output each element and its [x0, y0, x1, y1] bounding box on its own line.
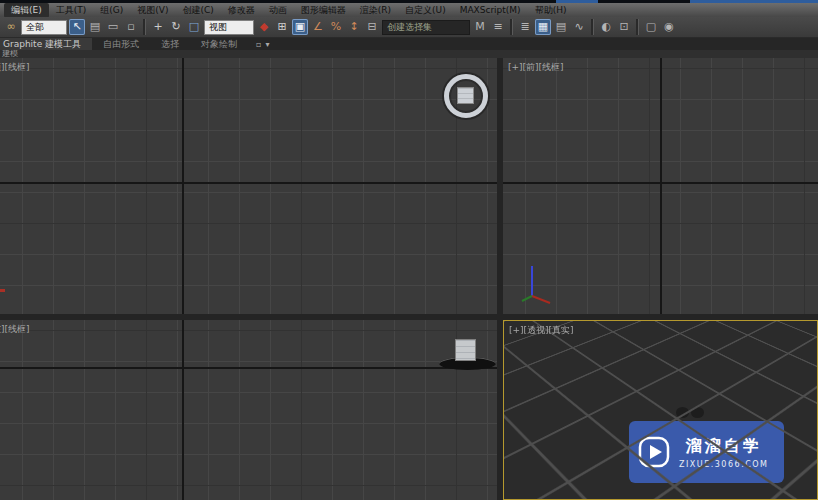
toolbar-dropdown-label: 全部: [26, 21, 44, 34]
ribbon-tab[interactable]: 对象绘制: [190, 38, 248, 50]
menu-item[interactable]: 帮助(H): [528, 3, 574, 18]
snaps-toggle-icon[interactable]: ▣: [292, 19, 308, 35]
viewport-area: [+][顶][线框] [+][前][线框] [+][左][线框] [+][透视]…: [0, 58, 818, 500]
align-icon[interactable]: ≡: [490, 19, 506, 35]
main-toolbar: ∞ 全部 ↖ ▤ ▭ ▫: [0, 17, 818, 38]
menu-item-label: MAXScript(M): [460, 5, 521, 15]
ribbon-tab[interactable]: 自由形式: [92, 38, 150, 50]
toolbar-icon-glyph: %: [331, 19, 341, 35]
menu-item[interactable]: 动画: [262, 3, 294, 18]
material-editor-icon[interactable]: ◐: [598, 19, 614, 35]
toolbar-icon-glyph: ⊞: [277, 19, 286, 35]
menu-item-label: 编辑(E): [11, 5, 42, 15]
percent-snap-icon[interactable]: %: [328, 19, 344, 35]
world-axis-horizontal: [0, 367, 497, 369]
toolbar-icon-glyph: ⊡: [619, 19, 628, 35]
menu-item[interactable]: 视图(V): [130, 3, 175, 18]
toolbar-separator: [636, 19, 639, 35]
menu-item-label: 创建(C): [182, 5, 213, 15]
select-and-rotate-icon[interactable]: ↻: [168, 19, 184, 35]
viewport-label-top[interactable]: [+][顶][线框]: [0, 61, 30, 74]
toolbar-dropdown-label: 创建选择集: [387, 21, 432, 34]
viewport-front[interactable]: [+][前][线框]: [503, 58, 818, 314]
edit-named-selection-sets-icon[interactable]: ⊟: [364, 19, 380, 35]
ribbon-tab-label: Graphite 建模工具: [3, 38, 81, 51]
menu-item[interactable]: 图形编辑器: [294, 3, 353, 18]
toolbar-icon-glyph: ⊟: [367, 19, 376, 35]
toolbar-icon-glyph: ▦: [538, 19, 548, 35]
menu-item[interactable]: 工具(T): [49, 3, 94, 18]
viewport-label-front[interactable]: [+][前][线框]: [508, 61, 564, 74]
toolbar-icon-glyph: ↖: [72, 19, 81, 35]
selection-filter-dropdown[interactable]: 全部: [21, 20, 67, 35]
ribbon-dropdown-icon[interactable]: ▾: [263, 40, 271, 49]
toolbar-separator: [143, 19, 146, 35]
world-axis-vertical: [182, 58, 184, 314]
ribbon-tab[interactable]: Graphite 建模工具: [0, 38, 92, 50]
rectangular-selection-region-icon[interactable]: ▭: [105, 19, 121, 35]
3dsmax-window: 编辑(E) 工具(T) 组(G) 视图(V) 创建(C) 修改器 动画 图形编辑…: [0, 0, 818, 500]
viewport-left[interactable]: [+][左][线框]: [0, 320, 497, 500]
watermark-text: 溜溜自学 ZIXUE.3066.COM: [679, 436, 768, 469]
reference-coordinate-dropdown[interactable]: 视图: [204, 20, 254, 35]
select-object-icon[interactable]: ↖: [69, 19, 85, 35]
window-crossing-icon[interactable]: ▫: [123, 19, 139, 35]
toolbar-icon-glyph: ↕: [349, 19, 358, 35]
select-by-name-icon[interactable]: ▤: [87, 19, 103, 35]
toolbar-icon-glyph: ▤: [90, 19, 100, 35]
watermark-url: ZIXUE.3066.COM: [679, 460, 768, 469]
select-and-link-icon[interactable]: ∞: [3, 19, 19, 35]
viewport-perspective[interactable]: [+][透视][真实] 溜溜自学 ZIXUE.3066.COM: [503, 320, 818, 500]
ribbon-tab-label: 选择: [161, 38, 179, 51]
ribbon-tab-label: 自由形式: [103, 38, 139, 51]
toolbar-icon-glyph: ▤: [556, 19, 566, 35]
menu-item[interactable]: 创建(C): [175, 3, 220, 18]
mirror-icon[interactable]: M: [472, 19, 488, 35]
angle-snap-icon[interactable]: ∠: [310, 19, 326, 35]
select-and-scale-icon[interactable]: □: [186, 19, 202, 35]
spinner-snap-icon[interactable]: ↕: [346, 19, 362, 35]
render-setup-icon[interactable]: ⊡: [616, 19, 632, 35]
ribbon-tab-label: 对象绘制: [201, 38, 237, 51]
toolbar-icon-glyph: ∠: [313, 19, 323, 35]
menu-item-label: 动画: [269, 5, 287, 15]
ribbon-tab[interactable]: 选择: [150, 38, 190, 50]
menu-item[interactable]: MAXScript(M): [453, 4, 528, 16]
menu-item[interactable]: 组(G): [93, 3, 130, 18]
keyboard-shortcut-override-icon[interactable]: ⊞: [274, 19, 290, 35]
menu-item[interactable]: 编辑(E): [4, 3, 49, 18]
scene-object-dot: [691, 407, 704, 418]
scene-object-left-view[interactable]: [455, 339, 476, 361]
render-production-icon[interactable]: ◉: [661, 19, 677, 35]
menu-item[interactable]: 修改器: [221, 3, 262, 18]
menu-item[interactable]: 自定义(U): [398, 3, 453, 18]
curve-editor-icon[interactable]: ∿: [571, 19, 587, 35]
named-selection-sets-dropdown[interactable]: 创建选择集: [382, 20, 470, 35]
world-axis-vertical: [660, 58, 662, 314]
rendered-frame-window-icon[interactable]: ▢: [643, 19, 659, 35]
menu-item-label: 工具(T): [56, 5, 87, 15]
watermark-title: 溜溜自学: [686, 436, 762, 457]
watermark-play-icon: [637, 435, 671, 469]
viewport-label-left[interactable]: [+][左][线框]: [0, 323, 30, 336]
viewport-top[interactable]: [+][顶][线框]: [0, 58, 497, 314]
scene-object-dot: [676, 407, 689, 418]
viewport-label-perspective[interactable]: [+][透视][真实]: [509, 324, 574, 337]
watermark-badge: 溜溜自学 ZIXUE.3066.COM: [629, 421, 784, 483]
ribbon-panel-icon[interactable]: ▫: [254, 40, 263, 49]
scene-explorer-icon[interactable]: ▦: [535, 19, 551, 35]
layer-manager-icon[interactable]: ≣: [517, 19, 533, 35]
select-and-manipulate-icon[interactable]: ◆: [256, 19, 272, 35]
menu-item[interactable]: 渲染(R): [353, 3, 398, 18]
graphite-ribbon-toggle-icon[interactable]: ▤: [553, 19, 569, 35]
ribbon-corner: ▫ ▾: [254, 38, 271, 50]
menu-item-label: 组(G): [100, 5, 123, 15]
click-highlight-ring: [444, 74, 488, 118]
menu-item-label: 帮助(H): [535, 5, 567, 15]
select-and-move-icon[interactable]: +: [150, 19, 166, 35]
toolbar-icon-glyph: ≣: [520, 19, 529, 35]
modeling-panel-label: 建模: [2, 50, 18, 58]
ribbon-collapsed-bar: 建模: [0, 50, 818, 58]
menu-item-label: 图形编辑器: [301, 5, 346, 15]
world-axis-vertical: [182, 320, 184, 500]
